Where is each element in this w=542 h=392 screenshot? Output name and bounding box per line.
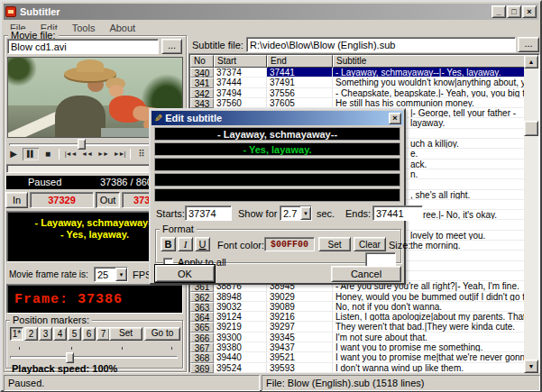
dialog-preview-line: - Yes, layaway. [154, 142, 400, 156]
chevron-down-icon[interactable]: ▼ [115, 268, 127, 281]
subtitle-cell: I want you to promise me something. [333, 342, 525, 352]
font-color-set-button[interactable]: Set [318, 237, 351, 251]
subtitle-cell: I don't wanna wind up like them. [333, 363, 525, 373]
underline-button[interactable]: U [195, 237, 210, 251]
marker-button-4[interactable]: 4 [53, 327, 67, 341]
subtitle-cell: - Layaway, schmayaway--|- Yes, layaway. [333, 68, 525, 77]
dialog-preview-line [154, 173, 400, 187]
end-cell: 39297 [267, 322, 333, 332]
scrollbar-thumb[interactable] [524, 121, 538, 136]
out-button[interactable]: Out [96, 192, 120, 208]
marker-button-6[interactable]: 6 [82, 327, 96, 341]
subtitle-browse-button[interactable]: ... [518, 37, 539, 52]
rewind-button[interactable]: ◄◄ [78, 147, 95, 161]
column-header-subtitle[interactable]: Subtitle [333, 55, 525, 68]
ok-button[interactable]: OK [155, 265, 215, 282]
last-frame-button[interactable]: ►►| [111, 147, 127, 161]
app-window: Subtitler _ □ × FileEditToolsAbout Movie… [0, 0, 542, 392]
dialog-title-bar[interactable]: ✎ Edit subtitle × [152, 111, 403, 125]
position-markers-label: Position markers: [10, 315, 92, 325]
subtitle-cell: They weren't that bad.|They were kinda c… [333, 322, 525, 332]
title-bar[interactable]: Subtitler _ □ × [4, 4, 538, 20]
table-row[interactable]: 3423749437556- Cheapskate, beapskate.|- … [190, 88, 526, 98]
start-cell: 39524 [214, 363, 267, 373]
table-row[interactable]: 3633903239089No, not if you don't wanna. [190, 302, 526, 312]
table-row[interactable]: 3433756037605He still has his communion … [190, 98, 526, 108]
table-row[interactable]: 3663930039345I'm not sure about that. [190, 333, 526, 342]
font-color-clear-button[interactable]: Clear [354, 237, 386, 251]
start-cell: 37560 [214, 98, 267, 108]
row-number-cell: 363 [190, 302, 214, 312]
table-row[interactable]: 3413744437491Something you wouldn't know… [190, 77, 526, 87]
marker-button-1[interactable]: 1* [10, 327, 23, 341]
playback-speed-slider[interactable] [10, 352, 179, 363]
ends-input[interactable]: 37441 [372, 205, 423, 221]
column-header-start[interactable]: Start [214, 55, 267, 68]
play-button[interactable]: ▶ [5, 147, 22, 161]
dialog-close-icon[interactable]: × [389, 113, 401, 124]
speed-thumb[interactable] [66, 352, 74, 363]
end-cell: 39521 [267, 352, 333, 362]
subtitle-cell: Honey, would you be bummed out|if I didn… [333, 292, 525, 302]
ends-label: Ends: [345, 208, 371, 219]
movie-file-input[interactable]: Blow cd1.avi [7, 39, 159, 54]
start-cell: 39032 [214, 302, 267, 312]
table-row[interactable]: 3643912439216Listen, I gotta apologize|a… [190, 312, 526, 322]
pause-button[interactable]: ▌▌ [22, 147, 40, 161]
column-header-end[interactable]: End [267, 55, 333, 68]
marker-button-3[interactable]: 3 [39, 327, 52, 341]
starts-input[interactable]: 37374 [185, 205, 232, 221]
marker-button-7[interactable]: 7 [96, 327, 110, 341]
dialog-preview-line [154, 158, 400, 171]
column-header-no[interactable]: No [190, 55, 214, 68]
frame-grid-button[interactable]: ⠿ [133, 147, 150, 161]
row-number-cell: 340 [190, 68, 214, 77]
maximize-button[interactable]: □ [507, 5, 521, 18]
frame-display-text: Frame: 37386 [14, 292, 123, 307]
table-row[interactable]: 3673938039437I want you to promise me so… [190, 342, 526, 352]
row-number-cell: 364 [190, 312, 214, 322]
set-marker-button[interactable]: Set [109, 327, 142, 341]
font-color-swatch[interactable]: $00FF00 [264, 237, 315, 251]
show-for-value: 2.7 [283, 208, 297, 219]
close-button[interactable]: × [522, 5, 537, 18]
subtitle-cell: I want you to promise me|that we're neve… [333, 352, 525, 362]
bold-button[interactable]: B [161, 237, 176, 251]
cancel-button[interactable]: Cancel [331, 266, 401, 282]
subtitle-cell: He still has his communion money. [333, 98, 525, 108]
video-man [55, 96, 106, 138]
window-title: Subtitler [20, 6, 60, 17]
goto-marker-button[interactable]: Go to [144, 327, 180, 341]
frame-rate-label: Movie frame rate is: [9, 269, 88, 279]
first-frame-button[interactable]: |◄◄ [62, 147, 78, 161]
table-row[interactable]: 3683944039521I want you to promise me|th… [190, 352, 526, 362]
table-row[interactable]: 3693952439593I don't wanna wind up like … [190, 363, 526, 373]
size-input[interactable] [365, 252, 396, 267]
table-row[interactable]: 3623894839029Honey, would you be bummed … [190, 292, 526, 302]
scroll-down-icon[interactable]: ▼ [524, 360, 538, 373]
format-label: Format [160, 223, 197, 234]
separator [59, 149, 60, 160]
italic-button[interactable]: I [178, 237, 193, 251]
marker-button-5[interactable]: 5 [68, 327, 81, 341]
subtitle-file-input[interactable]: R:\video\Blow\Blow (English).sub [246, 37, 516, 52]
movie-browse-button[interactable]: ... [161, 39, 182, 54]
end-cell: 39089 [267, 302, 333, 312]
forward-button[interactable]: ►► [95, 147, 111, 161]
row-number-cell: 367 [190, 342, 214, 352]
minimize-button[interactable]: _ [491, 5, 506, 18]
show-for-combo[interactable]: 2.7 ▼ [280, 205, 312, 221]
stop-button[interactable]: ■ [40, 147, 56, 161]
playstate-text: Paused [28, 177, 61, 187]
pencil-icon: ✎ [154, 113, 162, 124]
frame-rate-combo[interactable]: 25 ▼ [94, 267, 128, 282]
end-cell: 37605 [267, 98, 333, 108]
marker-button-2[interactable]: 2 [24, 327, 38, 341]
table-row[interactable]: 3653921939297They weren't that bad.|They… [190, 322, 526, 332]
table-row[interactable]: 3403737437441- Layaway, schmayaway--|- Y… [190, 68, 526, 77]
in-button[interactable]: In [5, 192, 28, 208]
vertical-scrollbar[interactable]: ▲ ▼ [524, 55, 538, 373]
chevron-down-icon[interactable]: ▼ [300, 206, 311, 220]
subtitle-cell: Listen, I gotta apologize|about my paren… [333, 312, 525, 322]
scroll-up-icon[interactable]: ▲ [524, 55, 538, 68]
